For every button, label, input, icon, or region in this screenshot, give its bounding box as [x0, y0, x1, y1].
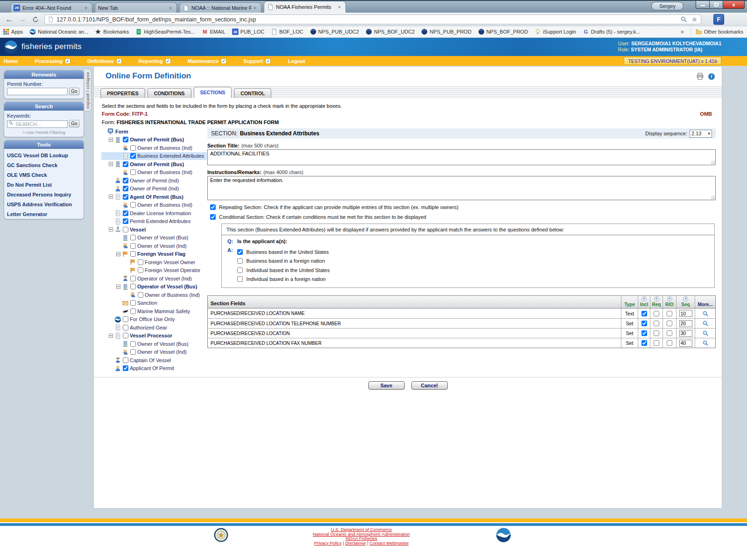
condition-answer-row[interactable]: Business based in a foreign nation	[237, 257, 330, 266]
browser-tab[interactable]: NOAA Fisheries Permits	[264, 1, 346, 13]
bookmark-item[interactable]: G Drafts (5) - sergey.k...	[583, 28, 641, 35]
tree-item-checkbox[interactable]	[123, 194, 128, 200]
tree-item-checkbox[interactable]	[130, 243, 136, 249]
field-more-cell[interactable]	[695, 308, 715, 318]
forward-button[interactable]	[17, 14, 28, 25]
browser-tab[interactable]: 26 Error 404--Not Found	[10, 2, 92, 13]
field-req-checkbox[interactable]	[654, 330, 659, 336]
bookmark-item[interactable]: iSupport Login	[535, 28, 576, 35]
tree-item[interactable]: Foreign Vessel Flag	[101, 250, 207, 259]
bookmark-item[interactable]: 26 PUB_LOC	[232, 28, 264, 35]
field-ro-checkbox[interactable]	[667, 311, 672, 316]
tool-link[interactable]: USPS Address Verification	[7, 200, 81, 210]
footer-link[interactable]: Contact Webmaster	[370, 540, 409, 546]
permit-filtering-link[interactable]: > Use Permit Filtering	[7, 130, 81, 135]
tree-item[interactable]: For Office Use Only	[101, 315, 207, 324]
tree-expander-icon[interactable]	[109, 227, 113, 231]
tree-expander-icon[interactable]	[109, 195, 113, 199]
tree-item-checkbox[interactable]	[130, 202, 136, 208]
magnifier-icon[interactable]	[702, 320, 709, 327]
field-more-cell[interactable]	[695, 329, 715, 338]
tree-item[interactable]: Permit Extended Attributes	[101, 217, 207, 226]
tree-expander-icon[interactable]	[116, 285, 120, 289]
tab-close-icon[interactable]	[83, 5, 89, 11]
magnifier-icon[interactable]	[702, 340, 709, 346]
tree-item[interactable]: Owner of Vessel (Ind)	[101, 242, 207, 250]
condition-answer-checkbox[interactable]	[237, 258, 243, 264]
nav-menu-item[interactable]: Reporting	[139, 58, 171, 64]
tree-expander-icon[interactable]	[109, 162, 113, 166]
tree-item[interactable]: Vessel Processor	[101, 332, 207, 340]
other-bookmarks-button[interactable]: Other bookmarks	[696, 28, 743, 35]
url-text[interactable]: 127.0.0.1:7101/NPS_BOF/bof_form_def/nps_…	[56, 16, 680, 23]
address-bar[interactable]: 127.0.0.1:7101/NPS_BOF/bof_form_def/nps_…	[44, 14, 701, 24]
field-incl-checkbox[interactable]	[641, 330, 647, 336]
tree-item-checkbox[interactable]	[130, 276, 136, 281]
field-seq-input[interactable]	[679, 310, 692, 317]
bookmark-item[interactable]: BOF_LOC	[271, 28, 303, 35]
field-req-checkbox[interactable]	[654, 311, 659, 316]
tree-item[interactable]: Agent Of Permit (Bus)	[101, 193, 207, 201]
tree-item[interactable]: Owner of Vessel (Ind)	[101, 348, 207, 357]
sidebar-expand-collapse-tab[interactable]: expand / collapse	[85, 69, 92, 112]
tree-item-checkbox[interactable]	[130, 153, 136, 159]
magnifier-icon[interactable]	[702, 330, 709, 336]
footer-link[interactable]: Privacy Policy	[314, 540, 342, 546]
extension-button[interactable]: F	[713, 14, 724, 25]
tab-close-icon[interactable]	[167, 5, 174, 11]
field-seq-input[interactable]	[679, 340, 692, 347]
renewals-go-button[interactable]: Go	[69, 88, 79, 95]
tree-item[interactable]: Dealer License Information	[101, 209, 207, 217]
tree-item-checkbox[interactable]	[130, 308, 136, 314]
tree-item-checkbox[interactable]	[130, 341, 136, 347]
tree-expander-icon[interactable]	[109, 138, 113, 142]
help-icon[interactable]	[683, 296, 688, 301]
form-def-tab[interactable]: SECTIONS	[194, 87, 232, 98]
repeating-section-checkbox[interactable]	[210, 204, 216, 210]
tree-item[interactable]: Owner of Business (Ind)	[101, 291, 207, 299]
omb-link[interactable]: OMB	[700, 111, 712, 117]
bookmark-item[interactable]: M EMAIL	[202, 28, 226, 35]
help-icon[interactable]	[654, 296, 659, 301]
tree-item-checkbox[interactable]	[123, 137, 128, 142]
help-icon[interactable]	[667, 296, 672, 301]
reload-button[interactable]	[30, 14, 41, 25]
tree-item-checkbox[interactable]	[130, 251, 136, 257]
nav-menu-item[interactable]: Definitions	[87, 58, 122, 64]
field-req-checkbox[interactable]	[654, 321, 659, 326]
bookmark-item[interactable]: NPS_BOF_UDC2	[366, 28, 415, 35]
field-more-cell[interactable]	[695, 338, 715, 348]
minimize-button[interactable]	[696, 1, 710, 9]
bookmark-star-icon[interactable]	[691, 16, 698, 23]
bookmark-item[interactable]: Apps	[3, 28, 23, 35]
tree-item[interactable]: Owner of Permit (Bus)	[101, 160, 207, 168]
bookmark-item[interactable]: Bookmarks	[95, 28, 129, 35]
bookmark-item[interactable]: HighSeasPermit-Tes...	[135, 28, 195, 35]
zoom-icon[interactable]	[680, 16, 687, 23]
tree-item[interactable]: Owner of Business (Ind)	[101, 144, 207, 152]
form-def-tab[interactable]: CONTROL	[234, 88, 271, 98]
tab-close-icon[interactable]	[336, 4, 343, 10]
tree-item-checkbox[interactable]	[138, 292, 143, 298]
nav-menu-item[interactable]: Maintenance	[188, 58, 227, 64]
tree-item[interactable]: Owner of Permit (Ind)	[101, 185, 207, 193]
bookmark-item[interactable]: National Oceanic an...	[29, 28, 88, 35]
magnifier-icon[interactable]	[702, 310, 709, 317]
tree-expander-icon[interactable]	[116, 252, 120, 256]
close-button[interactable]	[723, 1, 745, 9]
tree-item[interactable]: Owner of Permit (Bus)	[101, 136, 207, 144]
tool-link[interactable]: Letter Generator	[7, 210, 81, 219]
section-title-textarea[interactable]: ADDITIONAL FACILITIES	[207, 149, 716, 165]
nav-menu-item[interactable]: Logout	[288, 58, 305, 64]
field-req-checkbox[interactable]	[654, 340, 659, 346]
tree-item[interactable]: Authorized Gear	[101, 323, 207, 332]
tree-item[interactable]: Foreign Vessel Owner	[101, 258, 207, 266]
tree-item-checkbox[interactable]	[123, 357, 128, 363]
tree-item-checkbox[interactable]	[123, 316, 128, 322]
tree-item[interactable]: Owner of Permit (Ind)	[101, 176, 207, 185]
field-incl-checkbox[interactable]	[641, 321, 647, 326]
tree-item[interactable]: Owner of Vessel (Bus)	[101, 340, 207, 348]
field-more-cell[interactable]	[695, 319, 715, 328]
display-sequence-select[interactable]: 2.13	[690, 130, 712, 138]
browser-profile-button[interactable]: Sergey	[651, 2, 684, 10]
